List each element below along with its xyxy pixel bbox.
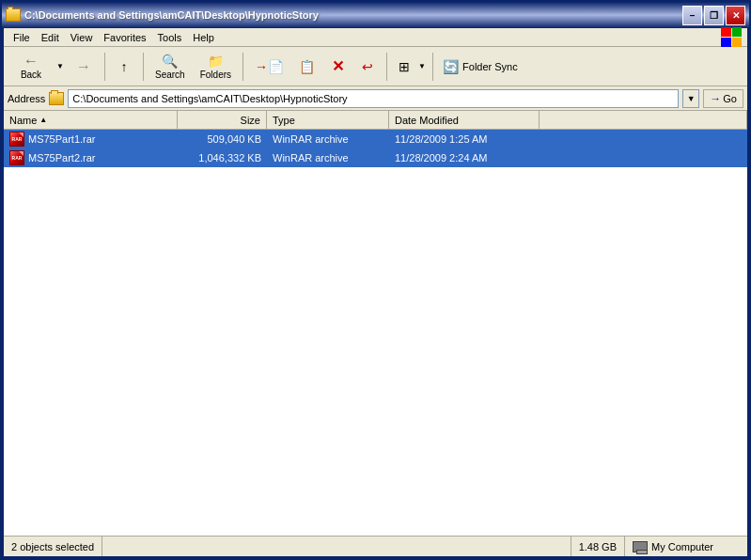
- menu-edit[interactable]: Edit: [36, 30, 65, 45]
- go-label: Go: [723, 93, 737, 104]
- forward-icon: →: [76, 58, 91, 75]
- header-extra: [540, 111, 747, 129]
- back-button-group[interactable]: ← Back ▼: [8, 50, 66, 84]
- folders-label: Folders: [200, 70, 231, 80]
- up-icon: ↑: [121, 59, 128, 74]
- header-date[interactable]: Date Modified: [389, 111, 540, 129]
- address-folder-icon: [49, 92, 64, 105]
- minimize-button[interactable]: –: [682, 6, 702, 25]
- search-label: Search: [155, 70, 185, 80]
- menu-view[interactable]: View: [65, 30, 99, 45]
- table-row[interactable]: RAR MS75Part1.rar 509,040 KB WinRAR arch…: [4, 130, 747, 148]
- windows-logo: [721, 27, 742, 48]
- back-dropdown[interactable]: ▼: [55, 50, 66, 84]
- folder-sync-icon: 🔄: [443, 59, 459, 74]
- search-icon: 🔍: [162, 54, 178, 69]
- menu-help[interactable]: Help: [187, 30, 220, 45]
- rar-icon: RAR: [9, 132, 24, 147]
- address-label: Address: [8, 93, 45, 104]
- folder-sync-button[interactable]: 🔄 Folder Sync: [438, 50, 523, 84]
- folders-icon: 📁: [208, 54, 224, 69]
- address-bar: Address ▼ → Go: [4, 86, 747, 111]
- go-arrow-icon: →: [710, 92, 721, 105]
- copy-icon: 📋: [299, 59, 315, 74]
- title-bar: C:\Documents and Settings\amCAIT\Desktop…: [2, 2, 749, 28]
- back-icon: ←: [23, 54, 39, 69]
- header-type[interactable]: Type: [267, 111, 389, 129]
- computer-icon: [633, 541, 648, 552]
- views-icon: ⊞: [399, 59, 410, 74]
- file-name: MS75Part2.rar: [28, 152, 96, 163]
- views-dropdown[interactable]: ▼: [416, 50, 428, 84]
- file-size: 509,040 KB: [208, 133, 262, 145]
- menu-favorites[interactable]: Favorites: [98, 30, 151, 45]
- toolbar-sep-3: [243, 53, 243, 81]
- folders-button[interactable]: 📁 Folders: [194, 50, 238, 84]
- status-selection: 2 objects selected: [4, 537, 102, 556]
- file-date: 11/28/2009 1:25 AM: [395, 133, 487, 145]
- toolbar-sep-4: [386, 53, 387, 81]
- delete-icon: ✕: [332, 57, 344, 75]
- menu-tools[interactable]: Tools: [152, 30, 188, 45]
- rar-icon: RAR: [9, 150, 24, 165]
- back-label: Back: [21, 70, 41, 80]
- back-button[interactable]: ← Back: [8, 50, 55, 84]
- menu-file[interactable]: File: [8, 30, 36, 45]
- empty-area: [4, 167, 747, 536]
- status-location: My Computer: [625, 537, 747, 556]
- undo-icon: ↩: [362, 59, 373, 74]
- toolbar-sep-1: [104, 53, 105, 81]
- menu-bar: File Edit View Favorites Tools Help: [4, 28, 747, 47]
- move-icon: →📄: [255, 59, 284, 74]
- toolbar: ← Back ▼ → ↑ 🔍 Search 📁: [4, 47, 747, 86]
- sort-arrow-icon: ▲: [39, 116, 47, 124]
- forward-button[interactable]: →: [68, 50, 100, 84]
- file-list[interactable]: Name ▲ Size Type Date Modified: [4, 111, 747, 536]
- list-header: Name ▲ Size Type Date Modified: [4, 111, 747, 130]
- header-name[interactable]: Name ▲: [4, 111, 178, 129]
- file-area: Name ▲ Size Type Date Modified: [4, 111, 747, 536]
- toolbar-sep-5: [432, 53, 433, 81]
- address-dropdown[interactable]: ▼: [682, 89, 699, 108]
- status-size: 1.48 GB: [571, 537, 625, 556]
- copy-button[interactable]: 📋: [292, 50, 321, 84]
- folder-sync-label: Folder Sync: [462, 61, 518, 72]
- window-title: C:\Documents and Settings\amCAIT\Desktop…: [24, 9, 319, 21]
- delete-button[interactable]: ✕: [323, 50, 352, 84]
- up-button[interactable]: ↑: [110, 50, 138, 84]
- go-button[interactable]: → Go: [703, 89, 743, 108]
- close-button[interactable]: ✕: [726, 6, 745, 25]
- views-button[interactable]: ⊞: [392, 50, 416, 84]
- move-button[interactable]: →📄: [248, 50, 290, 84]
- file-size: 1,046,332 KB: [198, 152, 261, 163]
- restore-button[interactable]: ❐: [704, 6, 724, 25]
- toolbar-sep-2: [143, 53, 144, 81]
- table-row[interactable]: RAR MS75Part2.rar 1,046,332 KB WinRAR ar…: [4, 148, 747, 167]
- file-name: MS75Part1.rar: [28, 133, 96, 145]
- file-type: WinRAR archive: [273, 152, 349, 163]
- status-bar: 2 objects selected 1.48 GB My Computer: [4, 536, 747, 556]
- file-date: 11/28/2009 2:24 AM: [395, 152, 487, 163]
- address-input[interactable]: [68, 89, 679, 108]
- views-button-group[interactable]: ⊞ ▼: [392, 50, 428, 84]
- search-button[interactable]: 🔍 Search: [149, 50, 192, 84]
- undo-button[interactable]: ↩: [353, 50, 382, 84]
- file-type: WinRAR archive: [273, 133, 349, 145]
- header-size[interactable]: Size: [178, 111, 267, 129]
